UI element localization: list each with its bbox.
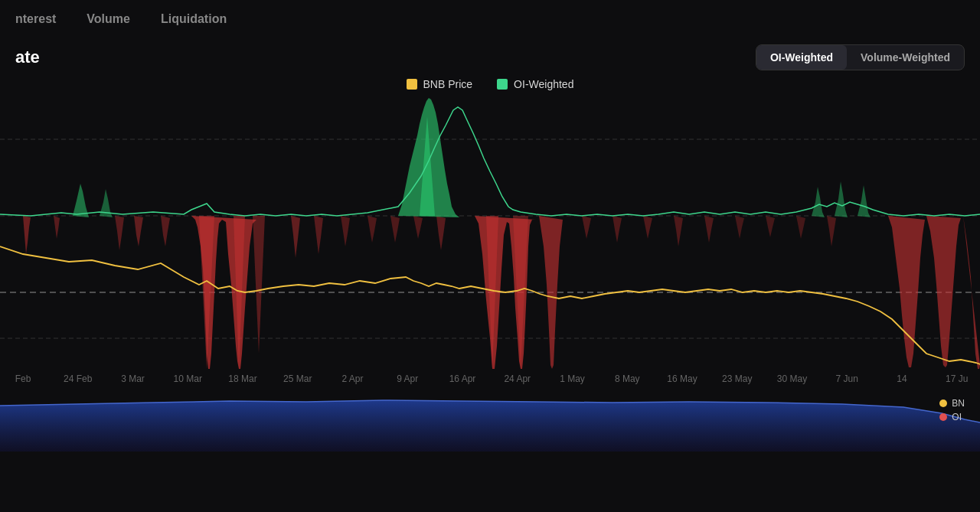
x-label-2apr: 2 Apr <box>338 373 368 384</box>
x-axis: Feb 24 Feb 3 Mar 10 Mar 18 Mar 25 Mar 2 … <box>0 369 980 387</box>
top-nav: nterest Volume Liquidation <box>0 0 980 38</box>
x-label-1may: 1 May <box>557 373 588 384</box>
bnb-price-dot <box>407 79 417 90</box>
bottom-oi-dot <box>939 413 947 421</box>
bottom-chart-area: BN OI <box>0 390 980 452</box>
x-label-16may: 16 May <box>667 373 697 384</box>
x-label-23may: 23 May <box>722 373 753 384</box>
bottom-legend: BN OI <box>939 398 965 422</box>
nav-volume[interactable]: Volume <box>87 9 130 29</box>
bottom-bnb-dot <box>939 399 947 407</box>
x-label-24apr: 24 Apr <box>502 373 533 384</box>
legend-oi-weighted: OI-Weighted <box>497 78 573 90</box>
bottom-legend-oi: OI <box>939 412 965 422</box>
x-label-14: 14 <box>887 373 917 384</box>
x-label-8may: 8 May <box>612 373 642 384</box>
bottom-legend-bnb: BN <box>939 398 965 409</box>
nav-open-interest[interactable]: nterest <box>15 9 56 29</box>
x-label-18mar: 18 Mar <box>227 373 258 384</box>
chart-title: ate <box>15 47 40 67</box>
oi-weighted-label: OI-Weighted <box>514 78 573 90</box>
oi-weighted-dot <box>497 79 508 90</box>
x-label-feb: Feb <box>8 373 38 384</box>
bottom-oi-label: OI <box>952 412 962 422</box>
bnb-price-label: BNB Price <box>423 78 473 90</box>
chart-header: ate OI-Weighted Volume-Weighted <box>0 38 980 73</box>
x-label-24feb: 24 Feb <box>63 373 93 384</box>
main-chart-svg <box>0 93 980 369</box>
nav-liquidation[interactable]: Liquidation <box>161 9 227 29</box>
legend-bnb-price: BNB Price <box>407 78 473 90</box>
x-label-3mar: 3 Mar <box>118 373 149 384</box>
x-label-30may: 30 May <box>777 373 808 384</box>
x-label-9apr: 9 Apr <box>392 373 423 384</box>
volume-weighted-button[interactable]: Volume-Weighted <box>847 45 964 70</box>
weight-toggle: OI-Weighted Volume-Weighted <box>756 44 965 70</box>
main-chart-area <box>0 93 980 369</box>
x-label-25mar: 25 Mar <box>283 373 313 384</box>
x-label-10mar: 10 Mar <box>172 373 203 384</box>
x-label-17ju: 17 Ju <box>942 373 972 384</box>
bottom-chart-svg <box>0 390 980 452</box>
x-label-16apr: 16 Apr <box>447 373 478 384</box>
bottom-bnb-label: BN <box>952 398 965 409</box>
oi-weighted-button[interactable]: OI-Weighted <box>756 45 847 70</box>
x-label-7jun: 7 Jun <box>831 373 862 384</box>
chart-legend: BNB Price OI-Weighted <box>0 73 980 93</box>
